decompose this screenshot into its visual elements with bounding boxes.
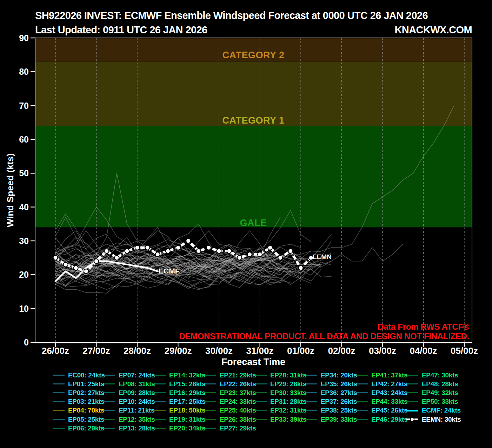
- legend-entry-label: EP15: 28kts: [169, 380, 205, 388]
- y-tick-0: 0: [24, 337, 29, 347]
- legend-entry-EP23: EP23: 37kts: [204, 388, 255, 397]
- legend-entry-ECMF: ECMF: 24kts: [406, 406, 457, 415]
- line-swatch-icon: [103, 375, 115, 376]
- line-swatch-icon: [204, 410, 216, 411]
- legend-entry-label: EP14: 32kts: [169, 371, 205, 379]
- y-tick-50: 50: [19, 168, 29, 178]
- legend-entry-EP35: EP35: 26kts: [305, 380, 356, 388]
- y-tick-90: 90: [19, 33, 29, 43]
- legend-entry-label: EP07: 24kts: [119, 371, 155, 379]
- legend-entry-EP07: EP07: 24kts: [103, 371, 154, 380]
- line-swatch-icon: [255, 401, 267, 402]
- legend-column-6: EP34: 20ktsEP35: 26ktsEP36: 27ktsEP37: 2…: [305, 371, 356, 433]
- eemn-point: [217, 249, 221, 253]
- line-swatch-icon: [255, 419, 267, 420]
- legend-entry-EP44: EP44: 33kts: [356, 397, 406, 406]
- legend-entry-label: EP38: 25kts: [321, 407, 357, 414]
- eemn-point: [237, 256, 242, 260]
- legend-entry-EC00: EC00: 24kts: [53, 371, 103, 380]
- eemn-point: [74, 266, 78, 270]
- legend-entry-EP42: EP42: 27kts: [356, 380, 406, 388]
- x-tick-02/00z: 02/00z: [328, 345, 355, 356]
- line-swatch-icon: [356, 410, 368, 411]
- line-swatch-icon: [53, 375, 65, 376]
- x-tick-04/00z: 04/00z: [410, 345, 437, 356]
- line-swatch-icon: [305, 392, 317, 393]
- legend-entry-label: EP01: 25kts: [68, 380, 104, 388]
- line-swatch-icon: [356, 401, 368, 402]
- legend-entry-label: EP06: 29kts: [68, 424, 104, 432]
- legend-entry-EP12: EP12: 35kts: [103, 415, 154, 424]
- legend-entry-label: EP31: 28kts: [270, 398, 306, 406]
- legend-entry-label: EP11: 21kts: [119, 407, 154, 414]
- legend-entry-EP19: EP19: 31kts: [154, 415, 204, 424]
- eemn-point: [247, 252, 252, 257]
- y-tick-70: 70: [19, 101, 29, 111]
- disclaimer-note: DEMONSTRATIONAL PRODUCT. ALL DATA AND DE…: [179, 331, 469, 341]
- legend-entry-EP16: EP16: 29kts: [154, 388, 204, 397]
- legend-entry-EP09: EP09: 28kts: [103, 388, 154, 397]
- line-swatch-icon: [204, 428, 216, 429]
- line-swatch-icon: [305, 410, 317, 411]
- legend-entry-label: EP26: 38kts: [220, 416, 256, 423]
- line-swatch-icon: [406, 383, 418, 384]
- legend-entry-label: EP36: 27kts: [321, 389, 357, 397]
- eemn-point: [278, 256, 282, 260]
- line-swatch-icon: [255, 392, 267, 393]
- legend-entry-EP49: EP49: 32kts: [406, 388, 457, 397]
- legend-column-4: EP21: 29ktsEP22: 26ktsEP23: 37ktsEP24: 3…: [204, 371, 255, 433]
- legend-entry-label: EP32: 31kts: [270, 407, 306, 414]
- legend-entry-label: EP12: 35kts: [119, 416, 155, 423]
- legend-entry-label: EP23: 37kts: [220, 389, 256, 397]
- legend-entry-label: EP28: 31kts: [270, 371, 306, 379]
- legend-entry-EP39: EP39: 33kts: [305, 415, 356, 424]
- x-tick-26/00z: 26/00z: [42, 345, 69, 356]
- eemn-point: [104, 249, 109, 253]
- line-swatch-icon: [53, 428, 65, 429]
- line-swatch-icon: [356, 419, 368, 420]
- legend-entry-EP06: EP06: 29kts: [53, 424, 103, 433]
- line-swatch-icon: [154, 410, 166, 411]
- y-axis-title: Wind Speed (kts): [5, 153, 15, 228]
- legend-entry-EP25: EP25: 40kts: [204, 406, 255, 415]
- eemn-point: [145, 245, 150, 250]
- legend-entry-label: EP02: 27kts: [68, 389, 104, 397]
- legend-entry-EP41: EP41: 37kts: [356, 371, 406, 380]
- legend-entry-EP11: EP11: 21kts: [103, 406, 154, 415]
- legend-entry-EP08: EP08: 31kts: [103, 380, 154, 388]
- legend-entry-EP21: EP21: 29kts: [204, 371, 255, 380]
- line-swatch-icon: [204, 401, 216, 402]
- legend-entry-EP34: EP34: 20kts: [305, 371, 356, 380]
- line-swatch-icon: [204, 383, 216, 384]
- legend-column-8: EP47: 30ktsEP48: 28ktsEP49: 32ktsEP50: 3…: [406, 371, 457, 433]
- legend-entry-label: EC00: 24kts: [68, 371, 105, 379]
- line-swatch-icon: [305, 401, 317, 402]
- line-swatch-icon: [53, 419, 65, 420]
- line-swatch-icon: [53, 401, 65, 402]
- brand-watermark: KNACKWX.COM: [394, 24, 472, 35]
- legend-column-1: EC00: 24ktsEP01: 25ktsEP02: 27ktsEP03: 2…: [53, 371, 103, 433]
- line-swatch-icon: [305, 419, 317, 420]
- category2-band-label: CATEGORY 2: [222, 50, 284, 60]
- legend-entry-label: EP09: 28kts: [119, 389, 155, 397]
- x-tick-31/00z: 31/00z: [246, 345, 273, 356]
- legend-entry-label: EP49: 32kts: [422, 389, 458, 397]
- legend-entry-EP27: EP27: 29kts: [204, 424, 255, 433]
- legend-entry-EP32: EP32: 31kts: [255, 406, 305, 415]
- eemn-point: [84, 269, 88, 274]
- forecast-graphic-page: { "header": { "title": "SH922026 INVEST:…: [0, 0, 492, 448]
- eemn-point: [53, 256, 58, 260]
- legend-entry-EP14: EP14: 32kts: [154, 371, 204, 380]
- legend-entry-EP50: EP50: 33kts: [406, 397, 457, 406]
- x-tick-05/00z: 05/00z: [451, 345, 478, 356]
- legend: EC00: 24ktsEP01: 25ktsEP02: 27ktsEP03: 2…: [53, 371, 488, 433]
- legend-entry-label: EP48: 28kts: [422, 380, 458, 388]
- legend-entry-EP28: EP28: 31kts: [255, 371, 305, 380]
- line-swatch-icon: [53, 383, 65, 384]
- legend-entry-label: EP47: 30kts: [422, 371, 458, 379]
- y-tick-30: 30: [19, 236, 29, 246]
- line-swatch-icon: [53, 392, 65, 393]
- legend-entry-label: EP50: 33kts: [422, 398, 458, 406]
- x-tick-01/00z: 01/00z: [287, 345, 314, 356]
- eemn-point: [64, 262, 68, 267]
